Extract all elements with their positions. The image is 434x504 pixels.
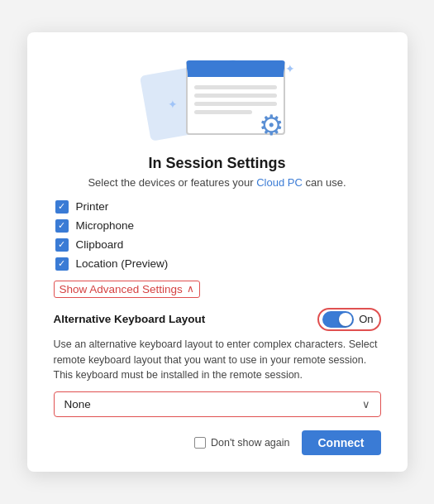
- illustration-line: [194, 85, 277, 89]
- illustration-line: [194, 94, 277, 98]
- device-checkboxes: ✓ Printer ✓ Microphone ✓ Clipboard ✓ Loc…: [54, 200, 381, 271]
- show-advanced-label: Show Advanced Settings: [60, 283, 183, 295]
- sparkle-icon: ✦: [168, 98, 178, 111]
- toggle-container[interactable]: On: [317, 308, 380, 331]
- check-icon: ✓: [58, 259, 65, 268]
- toggle-on-label: On: [359, 313, 373, 325]
- subtitle-text-after: can use.: [303, 176, 346, 189]
- check-icon: ✓: [58, 202, 65, 211]
- location-checkbox[interactable]: ✓: [55, 257, 69, 271]
- alt-keyboard-label: Alternative Keyboard Layout: [54, 313, 206, 325]
- header-illustration: ⚙ ✦ ✦: [54, 52, 381, 143]
- dialog-subtitle: Select the devices or features your Clou…: [54, 176, 381, 189]
- dropdown-selected-value: None: [64, 398, 91, 410]
- check-icon: ✓: [58, 221, 65, 230]
- check-icon: ✓: [58, 240, 65, 249]
- dialog-title: In Session Settings: [54, 155, 381, 172]
- microphone-label: Microphone: [76, 219, 135, 232]
- show-advanced-button[interactable]: Show Advanced Settings ∧: [54, 281, 200, 298]
- checkbox-item-clipboard: ✓ Clipboard: [55, 238, 381, 252]
- chevron-down-icon: ∨: [362, 398, 370, 410]
- illustration-line: [194, 110, 252, 114]
- dont-show-again-wrap: Don't show again: [194, 437, 290, 449]
- dont-show-checkbox[interactable]: [194, 437, 206, 449]
- toggle-knob: [339, 313, 352, 326]
- illustration-line: [194, 102, 277, 106]
- in-session-settings-dialog: ⚙ ✦ ✦ In Session Settings Select the dev…: [27, 32, 408, 472]
- alt-keyboard-row: Alternative Keyboard Layout On: [54, 308, 381, 331]
- clipboard-label: Clipboard: [76, 238, 124, 251]
- cloud-pc-link[interactable]: Cloud PC: [256, 176, 303, 189]
- chevron-up-icon: ∧: [187, 283, 194, 295]
- printer-label: Printer: [76, 200, 109, 213]
- connect-button[interactable]: Connect: [302, 430, 381, 455]
- checkbox-item-printer: ✓ Printer: [55, 200, 381, 214]
- checkbox-item-microphone: ✓ Microphone: [55, 219, 381, 233]
- alt-keyboard-description: Use an alternative keyboard layout to en…: [54, 337, 381, 383]
- microphone-checkbox[interactable]: ✓: [55, 219, 69, 233]
- location-label: Location (Preview): [76, 257, 169, 270]
- gear-icon: ⚙: [259, 108, 284, 142]
- printer-checkbox[interactable]: ✓: [55, 200, 69, 214]
- checkbox-item-location: ✓ Location (Preview): [55, 257, 381, 271]
- toggle-switch[interactable]: [322, 311, 354, 328]
- subtitle-text-before: Select the devices or features your: [88, 176, 256, 189]
- dont-show-label: Don't show again: [211, 437, 290, 449]
- advanced-settings-section: Alternative Keyboard Layout On Use an al…: [54, 308, 381, 429]
- clipboard-checkbox[interactable]: ✓: [55, 238, 69, 252]
- dialog-footer: Don't show again Connect: [54, 430, 381, 455]
- keyboard-layout-dropdown[interactable]: None ∨: [54, 391, 381, 417]
- sparkle-icon: ✦: [285, 62, 295, 75]
